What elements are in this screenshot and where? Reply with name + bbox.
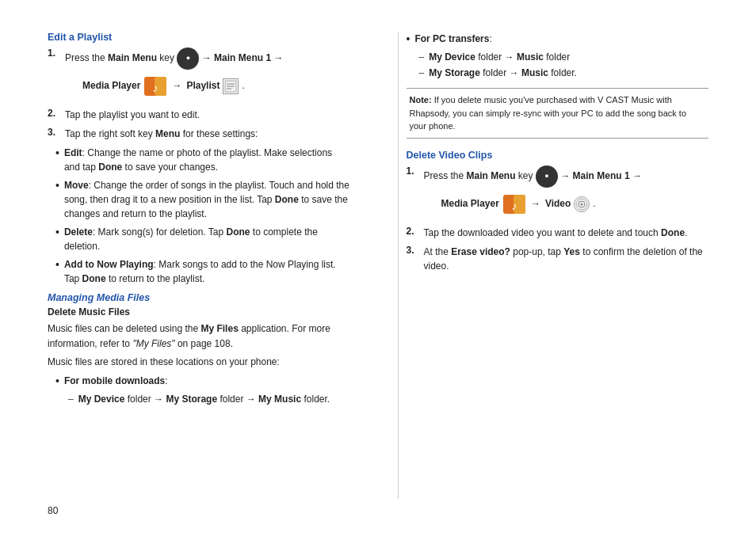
pc-sub-1: – My Device folder → Music folder — [419, 50, 709, 64]
step-1-arrow2: → — [273, 52, 283, 63]
step-3-text-post: for these settings: — [180, 128, 258, 139]
bullet-dot-addnow: • — [55, 258, 59, 272]
step-1-num: 1. — [48, 48, 62, 59]
step-1-content: Press the Main Menu key ● → Main Menu 1 … — [65, 48, 350, 103]
bullet-addnow-content: Add to Now Playing: Mark songs to add to… — [64, 257, 350, 286]
pc-transfers-section: • For PC transfers: – My Device folder →… — [407, 32, 709, 80]
svg-text:♪: ♪ — [511, 200, 517, 212]
note-label: Note: — [410, 95, 432, 105]
right-step-3-num: 3. — [407, 245, 421, 256]
pc-sub-2: – My Storage folder → Music folder. — [419, 66, 709, 80]
video-icon — [574, 196, 590, 212]
step-2: 2. Tap the playlist you want to edit. — [48, 108, 350, 122]
step-1: 1. Press the Main Menu key ● → Main Menu… — [48, 48, 350, 103]
pc-transfers-label: For PC transfers: — [414, 32, 491, 46]
right-step-2-num: 2. — [407, 226, 421, 237]
right-step-2-content: Tap the downloaded video you want to del… — [424, 226, 709, 240]
bullet-move-content: Move: Change the order of songs in the p… — [64, 178, 350, 221]
dash-icon: – — [68, 392, 74, 406]
settings-bullets: • Edit: Change the name or photo of the … — [55, 146, 350, 286]
right-step-3-content: At the Erase video? pop-up, tap Yes to c… — [424, 245, 709, 273]
svg-point-12 — [581, 203, 583, 205]
media-player-label-left: Media Player — [82, 78, 140, 95]
bullet-dot-move: • — [55, 179, 59, 192]
step-3-num: 3. — [48, 127, 62, 138]
storage-bullets: • For mobile downloads: – My Device fold… — [55, 374, 350, 406]
mobile-downloads-label: For mobile downloads — [64, 375, 165, 386]
bullet-delete-content: Delete: Mark song(s) for deletion. Tap D… — [64, 225, 350, 253]
mobile-downloads-bullet: • For mobile downloads: — [55, 374, 350, 388]
step-1-mainmenu1: Main Menu 1 — [214, 52, 271, 63]
bullet-delete: • Delete: Mark song(s) for deletion. Tap… — [55, 225, 350, 253]
delete-music-title: Delete Music Files — [48, 306, 350, 318]
my-files-ref: "My Files" — [132, 338, 174, 349]
right-column: • For PC transfers: – My Device folder →… — [398, 32, 709, 499]
period-left: . — [242, 78, 244, 95]
pc-transfers-bullet: • For PC transfers: — [407, 32, 709, 46]
arrow-icon-left: → — [172, 78, 181, 95]
addnow-label: Add to Now Playing — [64, 259, 154, 270]
managing-media-title: Managing Media Files — [48, 292, 350, 303]
right-step-2: 2. Tap the downloaded video you want to … — [407, 226, 709, 240]
menu-key-icon: ● — [177, 48, 199, 70]
sub-bullet-content: My Device folder → My Storage folder → M… — [78, 392, 330, 406]
playlist-label: Playlist — [186, 78, 220, 95]
edit-label: Edit — [64, 147, 82, 158]
step-1-text-mid: key — [157, 52, 174, 63]
media-player-icon-right: ♪ — [502, 194, 526, 215]
right-step-1-inline: Media Player ♪ → Video — [441, 194, 709, 215]
right-step-3: 3. At the Erase video? pop-up, tap Yes t… — [407, 245, 709, 273]
bullet-dot-delete: • — [55, 226, 59, 239]
menu-key-icon-right: ● — [536, 165, 558, 188]
bullet-edit: • Edit: Change the name or photo of the … — [55, 146, 350, 174]
note-box: Note: If you delete music you've purchas… — [407, 88, 709, 139]
step-1-text-pre: Press the — [65, 52, 108, 63]
step-3-content: Tap the right soft key Menu for these se… — [65, 127, 350, 141]
bullet-edit-content: Edit: Change the name or photo of the pl… — [64, 146, 350, 174]
step-1-arrow1: → — [202, 52, 212, 63]
step-3-text-pre: Tap the right soft key — [65, 128, 155, 139]
bullet-dot-pc: • — [407, 32, 410, 46]
delete-video-title: Delete Video Clips — [407, 150, 709, 161]
step-2-content: Tap the playlist you want to edit. — [65, 108, 350, 122]
note-text: If you delete music you've purchased wit… — [410, 95, 687, 131]
step-1-mainmenu: Main Menu — [108, 52, 157, 63]
managing-media-section: Managing Media Files Delete Music Files … — [48, 292, 350, 406]
svg-text:♪: ♪ — [153, 82, 158, 94]
step-2-num: 2. — [48, 108, 62, 119]
step-1-inline-row: Media Player ♪ → Playlist — [82, 76, 350, 97]
step-3: 3. Tap the right soft key Menu for these… — [48, 127, 350, 141]
bullet-dot-edit: • — [55, 146, 59, 160]
playlist-icon — [223, 78, 239, 94]
right-step-1: 1. Press the Main Menu key ● → Main Menu… — [407, 165, 709, 221]
arrow-icon-right: → — [531, 196, 540, 213]
page: Edit a Playlist 1. Press the Main Menu k… — [0, 0, 756, 540]
bullet-dot-mobile: • — [55, 375, 59, 388]
two-column-layout: Edit a Playlist 1. Press the Main Menu k… — [48, 32, 708, 499]
move-label: Move — [64, 180, 89, 191]
delete-label: Delete — [64, 226, 93, 238]
right-step-1-num: 1. — [407, 165, 421, 177]
step-2-text: Tap the playlist you want to edit. — [65, 109, 200, 120]
page-number: 80 — [48, 505, 708, 516]
period-right: . — [593, 196, 595, 213]
media-player-label-right: Media Player — [441, 196, 499, 213]
mobile-downloads-content: For mobile downloads: — [64, 374, 168, 388]
right-step-1-content: Press the Main Menu key ● → Main Menu 1 … — [424, 165, 709, 221]
edit-playlist-title: Edit a Playlist — [48, 32, 350, 43]
step-3-menu: Menu — [155, 128, 180, 139]
bullet-add-now-playing: • Add to Now Playing: Mark songs to add … — [55, 257, 350, 286]
video-label: Video — [545, 196, 571, 213]
bullet-move: • Move: Change the order of songs in the… — [55, 178, 350, 221]
left-column: Edit a Playlist 1. Press the Main Menu k… — [48, 32, 366, 499]
delete-music-body4: Music files are stored in these location… — [48, 355, 350, 370]
delete-music-body1: Music files can be deleted using the My … — [48, 321, 350, 351]
media-player-icon-left: ♪ — [143, 76, 167, 97]
mobile-sub-bullet: – My Device folder → My Storage folder →… — [68, 392, 350, 406]
